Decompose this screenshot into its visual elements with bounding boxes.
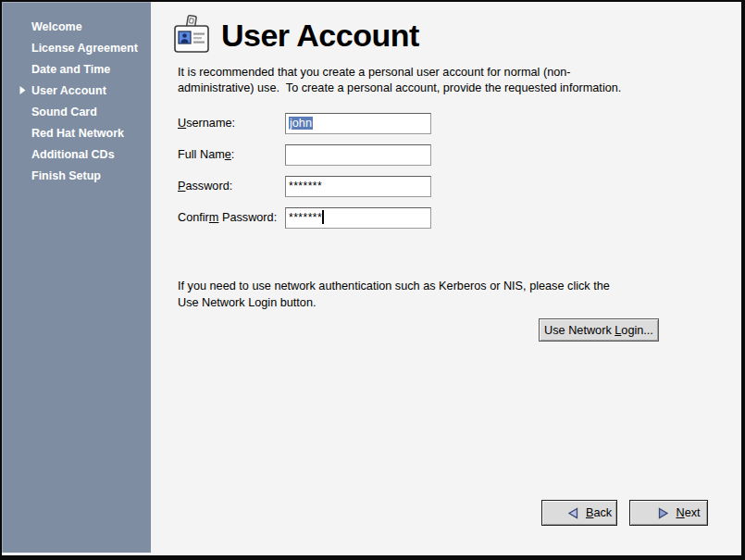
- intro-line: administrative) use. To create a persona…: [178, 81, 621, 96]
- page-header: User Account: [172, 13, 419, 57]
- selected-text: john: [289, 117, 313, 130]
- sidebar-item-finish-setup[interactable]: Finish Setup: [3, 165, 151, 186]
- sidebar-item-label: Finish Setup: [31, 169, 101, 182]
- network-auth-line: If you need to use network authenticatio…: [178, 279, 610, 295]
- username-label: Username:: [178, 113, 235, 134]
- button-label: Back: [586, 506, 612, 519]
- sidebar-item-license-agreement[interactable]: License Agreement: [3, 37, 151, 58]
- sidebar-item-user-account[interactable]: User Account: [3, 80, 151, 101]
- sidebar-item-label: Date and Time: [31, 63, 110, 76]
- text-cursor: [322, 210, 324, 224]
- confirm-password-label: Confirm Password:: [178, 207, 277, 229]
- confirm-password-row: Confirm Password: *******: [178, 207, 594, 229]
- network-auth-text: If you need to use network authenticatio…: [178, 279, 610, 311]
- network-auth-line: Use Network Login button.: [178, 295, 610, 312]
- masked-password: *******: [289, 211, 322, 224]
- password-input[interactable]: *******: [285, 176, 431, 197]
- sidebar-item-welcome[interactable]: Welcome: [3, 16, 151, 37]
- confirm-password-input[interactable]: *******: [285, 207, 431, 229]
- active-step-arrow-icon: [19, 86, 26, 94]
- sidebar-item-sound-card[interactable]: Sound Card: [3, 101, 151, 122]
- back-button[interactable]: Back: [541, 500, 617, 526]
- intro-line: It is recommended that you create a pers…: [178, 65, 621, 81]
- id-badge-icon: [172, 14, 211, 56]
- page-title: User Account: [221, 18, 419, 54]
- sidebar-item-label: License Agreement: [31, 42, 138, 55]
- sidebar-item-red-hat-network[interactable]: Red Hat Network: [3, 122, 151, 143]
- setup-agent-window: Welcome License Agreement Date and Time …: [2, 2, 741, 555]
- masked-password: *******: [289, 180, 322, 193]
- sidebar-item-label: User Account: [31, 84, 106, 97]
- password-label: Password:: [178, 176, 232, 197]
- next-button[interactable]: Next: [629, 500, 708, 526]
- sidebar-item-label: Red Hat Network: [31, 127, 124, 140]
- sidebar-item-label: Sound Card: [31, 106, 97, 118]
- sidebar-item-date-and-time[interactable]: Date and Time: [3, 58, 151, 80]
- username-input[interactable]: john: [285, 113, 431, 134]
- button-label: Use Network Login...: [544, 324, 653, 337]
- sidebar-item-additional-cds[interactable]: Additional CDs: [3, 143, 151, 165]
- full-name-label: Full Name:: [178, 144, 234, 166]
- full-name-row: Full Name:: [178, 144, 594, 166]
- full-name-input[interactable]: [285, 144, 431, 166]
- wizard-steps-sidebar: Welcome License Agreement Date and Time …: [2, 2, 151, 553]
- use-network-login-button[interactable]: Use Network Login...: [539, 318, 659, 342]
- button-label: Next: [677, 506, 701, 519]
- account-form: Username: john Full Name: Password: ****…: [178, 113, 594, 239]
- back-arrow-icon: [547, 507, 579, 519]
- sidebar-item-label: Welcome: [31, 20, 82, 33]
- username-row: Username: john: [178, 113, 594, 134]
- sidebar-item-label: Additional CDs: [31, 148, 115, 161]
- intro-text: It is recommended that you create a pers…: [178, 65, 621, 96]
- password-row: Password: *******: [178, 176, 594, 197]
- next-arrow-icon: [637, 507, 669, 519]
